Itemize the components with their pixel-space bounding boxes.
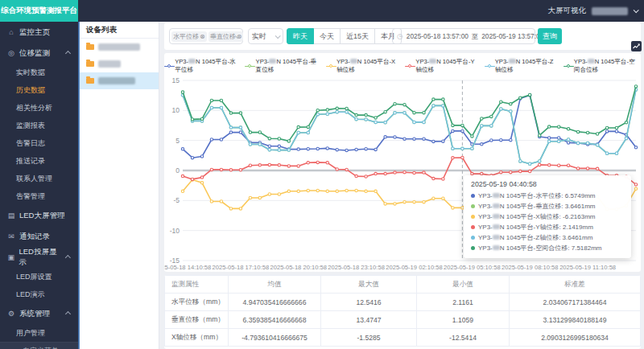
data-point-marker <box>519 170 522 172</box>
user-menu[interactable] <box>592 4 628 18</box>
data-point-marker <box>336 168 338 170</box>
data-point-marker <box>229 131 232 133</box>
sidebar-item-label: 相关性分析 <box>16 103 52 113</box>
sidebar-item-告警日志[interactable]: 告警日志 <box>0 134 78 152</box>
search-button[interactable]: 查询 <box>538 28 562 44</box>
data-point-marker <box>268 138 270 140</box>
series-dot-icon <box>471 246 475 250</box>
data-point-marker <box>181 174 184 177</box>
data-point-marker <box>365 113 367 116</box>
data-point-marker <box>625 137 627 139</box>
sidebar-item-推送记录[interactable]: 推送记录 <box>0 152 78 170</box>
data-point-marker <box>442 105 444 107</box>
data-point-marker <box>403 104 406 106</box>
data-point-marker <box>634 85 637 88</box>
legend-item[interactable]: YP3-N 1045平台-垂直位移 <box>245 58 317 74</box>
table-row[interactable]: 垂直位移（mm）6.35938541666666813.47471.10593.… <box>165 311 641 329</box>
sidebar-item-LED投屏显示[interactable]: ▣LED投屏显示 <box>0 247 78 268</box>
data-point-marker <box>423 112 425 114</box>
metric-tag[interactable]: 水平位移⊗ <box>171 31 207 42</box>
data-point-marker <box>413 112 415 114</box>
data-point-marker <box>548 140 551 142</box>
sidebar-item-label: 联系人管理 <box>16 174 52 184</box>
range-button-今天[interactable]: 今天 <box>313 28 341 44</box>
sidebar-item-相关性分析[interactable]: 相关性分析 <box>0 99 78 117</box>
data-point-marker <box>278 193 280 195</box>
date-range-picker[interactable]: ◷ 2025-05-18 13:57:00 至 2025-05-19 13:57… <box>392 28 535 44</box>
legend-item[interactable]: YP3-N 1045平台-Y轴位移 <box>405 58 476 74</box>
sidebar-item-label: 历史数据 <box>16 85 45 96</box>
range-button-近15天[interactable]: 近15天 <box>340 28 375 44</box>
data-point-marker <box>239 112 242 114</box>
table-row[interactable]: 水平位移（mm）4.94703541666666612.54162.11612.… <box>165 294 641 311</box>
series-line <box>183 95 636 158</box>
sidebar-item-实时数据[interactable]: 实时数据 <box>0 64 78 81</box>
device-list-item[interactable] <box>80 39 159 55</box>
data-point-marker <box>355 189 357 191</box>
data-point-marker <box>529 170 531 172</box>
device-list-item[interactable] <box>80 72 159 89</box>
chart-type-toggle-button[interactable] <box>631 41 642 51</box>
series-dot-icon <box>471 194 475 198</box>
quick-range-buttons: 昨天今天近15天本月 <box>287 28 402 44</box>
data-point-marker <box>413 121 415 123</box>
data-point-marker <box>596 133 598 135</box>
sidebar-item-通知记录[interactable]: ✉通知记录 <box>0 226 78 247</box>
data-point-marker <box>239 207 242 210</box>
tooltip-series-row: YP3-N 1045平台-垂直位移: 3.6461mm <box>471 201 624 211</box>
redacted-text <box>588 59 595 64</box>
data-point-marker <box>634 187 637 190</box>
sidebar-item-历史数据[interactable]: 历史数据 <box>0 81 78 99</box>
data-point-marker <box>258 196 261 199</box>
close-icon[interactable]: ⊗ <box>200 33 205 40</box>
table-row[interactable]: X轴位移（mm）-4.793610416666675-1.5285-12.541… <box>165 329 641 347</box>
redacted-text <box>493 235 500 240</box>
data-point-marker <box>336 107 338 109</box>
notice-icon: ✉ <box>7 232 15 240</box>
data-point-marker <box>500 139 502 142</box>
sidebar-item-用户管理[interactable]: 用户管理 <box>0 324 78 342</box>
sidebar-item-自定义菜单[interactable]: 自定义菜单 <box>0 342 78 349</box>
data-point-marker <box>586 167 588 170</box>
sidebar-item-系统管理[interactable]: ⚙系统管理 <box>0 303 78 324</box>
range-button-昨天[interactable]: 昨天 <box>287 28 314 44</box>
data-point-marker <box>200 182 203 184</box>
chart-tooltip: 2025-05-19 04:40:58 YP3-N 1045平台-水平位移: 6… <box>464 175 631 258</box>
data-point-marker <box>287 165 290 167</box>
metric-multiselect[interactable]: 水平位移⊗垂直位移⊗ <box>169 28 243 44</box>
data-point-marker <box>394 171 396 174</box>
sidebar-item-位移监测[interactable]: ◎位移监测 <box>0 43 78 64</box>
nav-link-visualization[interactable]: 大屏可视化 <box>548 6 587 16</box>
device-list-item[interactable] <box>80 55 159 72</box>
data-point-marker <box>326 162 328 164</box>
legend-label: YP3-N 1045平台-水平位移 <box>175 58 237 74</box>
device-list <box>80 39 159 89</box>
data-point-marker <box>432 197 435 199</box>
mode-select[interactable]: 实时 <box>248 28 283 44</box>
data-point-marker <box>596 144 598 146</box>
data-point-marker <box>374 121 377 123</box>
data-point-marker <box>384 111 386 113</box>
redacted-text <box>98 77 135 84</box>
tooltip-series-label: YP3-N 1045平台-垂直位移: 3.6461mm <box>478 202 596 211</box>
data-point-marker <box>326 113 328 115</box>
legend-item[interactable]: YP3-N 1045平台-X轴位移 <box>326 58 397 74</box>
legend-item[interactable]: YP3-N 1045平台-Z轴位移 <box>485 58 555 74</box>
data-point-marker <box>634 183 637 186</box>
legend-item[interactable]: YP3-N 1045平台-水平位移 <box>164 58 237 74</box>
home-icon: ⌂ <box>7 28 15 36</box>
sidebar-item-监控主页[interactable]: ⌂监控主页 <box>0 22 78 43</box>
sidebar-item-LED屏设置[interactable]: LED屏设置 <box>0 268 78 285</box>
sidebar-item-LED演示[interactable]: LED演示 <box>0 285 78 303</box>
tooltip-series-label: YP3-N 1045平台-空间合位移: 7.5182mm <box>478 244 602 253</box>
sidebar-item-告警管理[interactable]: 告警管理 <box>0 187 78 205</box>
table-cell: -4.793610416666675 <box>229 329 321 347</box>
sidebar-item-label: LED投屏显示 <box>19 247 63 268</box>
data-point-marker <box>461 147 464 150</box>
legend-item[interactable]: YP3-N 1045平台-空间合位移 <box>564 58 641 74</box>
data-point-marker <box>336 149 338 151</box>
sidebar-item-联系人管理[interactable]: 联系人管理 <box>0 170 78 187</box>
data-point-marker <box>268 163 270 166</box>
sidebar-item-监测报表[interactable]: 监测报表 <box>0 117 78 134</box>
sidebar-item-LED大屏管理[interactable]: ▤LED大屏管理 <box>0 205 78 226</box>
